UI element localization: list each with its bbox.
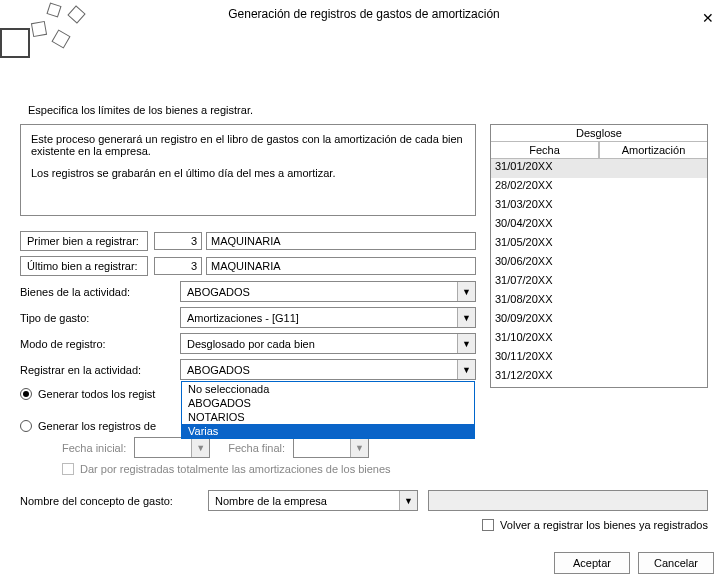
cell-fecha: 31/03/20XX (491, 197, 599, 216)
desglose-table: Desglose Fecha Amortización 31/01/20XX28… (490, 124, 708, 388)
ultimo-bien-label: Último bien a registrar: (20, 256, 148, 276)
table-row[interactable]: 30/04/20XX (491, 216, 707, 235)
cell-fecha: 30/06/20XX (491, 254, 599, 273)
ultimo-bien-num[interactable]: 3 (154, 257, 202, 275)
bienes-combo[interactable]: ABOGADOS ▼ (180, 281, 476, 302)
fecha-final-combo[interactable]: ▼ (293, 437, 369, 458)
volver-registrar-label: Volver a registrar los bienes ya registr… (500, 519, 708, 531)
table-col-amort: Amortización (599, 142, 707, 159)
table-row[interactable]: 30/11/20XX (491, 349, 707, 368)
fecha-inicial-combo[interactable]: ▼ (134, 437, 210, 458)
cell-amort (599, 235, 707, 254)
cell-amort (599, 292, 707, 311)
cell-fecha: 31/12/20XX (491, 368, 599, 387)
chevron-down-icon[interactable]: ▼ (399, 491, 417, 510)
table-row[interactable]: 31/05/20XX (491, 235, 707, 254)
cell-fecha: 31/01/20XX (491, 159, 599, 178)
chevron-down-icon[interactable]: ▼ (457, 360, 475, 379)
dropdown-option[interactable]: Varias (182, 424, 474, 438)
bienes-label: Bienes de la actividad: (20, 286, 180, 298)
dropdown-option[interactable]: No seleccionada (182, 382, 474, 396)
nombre-concepto-combo[interactable]: Nombre de la empresa ▼ (208, 490, 418, 511)
nombre-concepto-label: Nombre del concepto de gasto: (20, 495, 208, 507)
chevron-down-icon[interactable]: ▼ (350, 438, 368, 457)
table-row[interactable]: 31/10/20XX (491, 330, 707, 349)
cell-fecha: 30/04/20XX (491, 216, 599, 235)
tipo-label: Tipo de gasto: (20, 312, 180, 324)
cell-amort (599, 349, 707, 368)
radio-generar-todos[interactable] (20, 388, 32, 400)
table-header-title: Desglose (491, 125, 707, 142)
modo-label: Modo de registro: (20, 338, 180, 350)
primer-bien-label: Primer bien a registrar: (20, 231, 148, 251)
ultimo-bien-text[interactable]: MAQUINARIA (206, 257, 476, 275)
primer-bien-num[interactable]: 3 (154, 232, 202, 250)
dar-por-registradas-label: Dar por registradas totalmente las amort… (80, 463, 391, 475)
cell-amort (599, 311, 707, 330)
close-icon[interactable]: ✕ (696, 2, 720, 34)
cell-fecha: 31/10/20XX (491, 330, 599, 349)
accept-button[interactable]: Aceptar (554, 552, 630, 574)
radio-generar-todos-label: Generar todos los registros de amortizac… (38, 388, 156, 400)
table-row[interactable]: 28/02/20XX (491, 178, 707, 197)
table-row[interactable]: 31/12/20XX (491, 368, 707, 387)
radio-generar-rango-label: Generar los registros de (38, 420, 156, 432)
cell-fecha: 31/05/20XX (491, 235, 599, 254)
table-row[interactable]: 31/03/20XX (491, 197, 707, 216)
chevron-down-icon[interactable]: ▼ (457, 282, 475, 301)
table-body: 31/01/20XX28/02/20XX31/03/20XX30/04/20XX… (491, 159, 707, 387)
table-col-fecha: Fecha (491, 142, 599, 159)
cell-fecha: 31/08/20XX (491, 292, 599, 311)
description-box: Este proceso generará un registro en el … (20, 124, 476, 216)
cell-fecha: 28/02/20XX (491, 178, 599, 197)
table-row[interactable]: 31/07/20XX (491, 273, 707, 292)
description-line1: Este proceso generará un registro en el … (31, 133, 465, 157)
cell-amort (599, 273, 707, 292)
registrar-label: Registrar en la actividad: (20, 364, 180, 376)
cell-amort (599, 178, 707, 197)
primer-bien-text[interactable]: MAQUINARIA (206, 232, 476, 250)
instruction-text: Especifica los límites de los bienes a r… (28, 104, 708, 116)
tipo-combo[interactable]: Amortizaciones - [G11] ▼ (180, 307, 476, 328)
cell-amort (599, 197, 707, 216)
chevron-down-icon[interactable]: ▼ (457, 334, 475, 353)
registrar-dropdown[interactable]: No seleccionadaABOGADOSNOTARIOSVarias (181, 381, 475, 439)
cell-amort (599, 330, 707, 349)
cell-amort (599, 368, 707, 387)
table-row[interactable]: 30/09/20XX (491, 311, 707, 330)
cell-fecha: 31/07/20XX (491, 273, 599, 292)
chevron-down-icon[interactable]: ▼ (191, 438, 209, 457)
dropdown-option[interactable]: NOTARIOS (182, 410, 474, 424)
dropdown-option[interactable]: ABOGADOS (182, 396, 474, 410)
cell-fecha: 30/11/20XX (491, 349, 599, 368)
modo-combo[interactable]: Desglosado por cada bien ▼ (180, 333, 476, 354)
window-title: Generación de registros de gastos de amo… (228, 7, 499, 21)
table-row[interactable]: 31/01/20XX (491, 159, 707, 178)
title-bar: Generación de registros de gastos de amo… (0, 0, 728, 28)
table-row[interactable]: 30/06/20XX (491, 254, 707, 273)
nombre-concepto-readonly (428, 490, 708, 511)
app-logo (0, 10, 90, 70)
cell-amort (599, 216, 707, 235)
cell-fecha: 30/09/20XX (491, 311, 599, 330)
table-row[interactable]: 31/08/20XX (491, 292, 707, 311)
registrar-combo[interactable]: ABOGADOS ▼ No seleccionadaABOGADOSNOTARI… (180, 359, 476, 380)
fecha-final-label: Fecha final: (228, 442, 285, 454)
volver-registrar-checkbox[interactable] (482, 519, 494, 531)
dar-por-registradas-checkbox[interactable] (62, 463, 74, 475)
radio-generar-rango[interactable] (20, 420, 32, 432)
description-line2: Los registros se grabarán en el último d… (31, 167, 465, 179)
cell-amort (599, 254, 707, 273)
cancel-button[interactable]: Cancelar (638, 552, 714, 574)
fecha-inicial-label: Fecha inicial: (62, 442, 126, 454)
chevron-down-icon[interactable]: ▼ (457, 308, 475, 327)
cell-amort (599, 159, 707, 178)
